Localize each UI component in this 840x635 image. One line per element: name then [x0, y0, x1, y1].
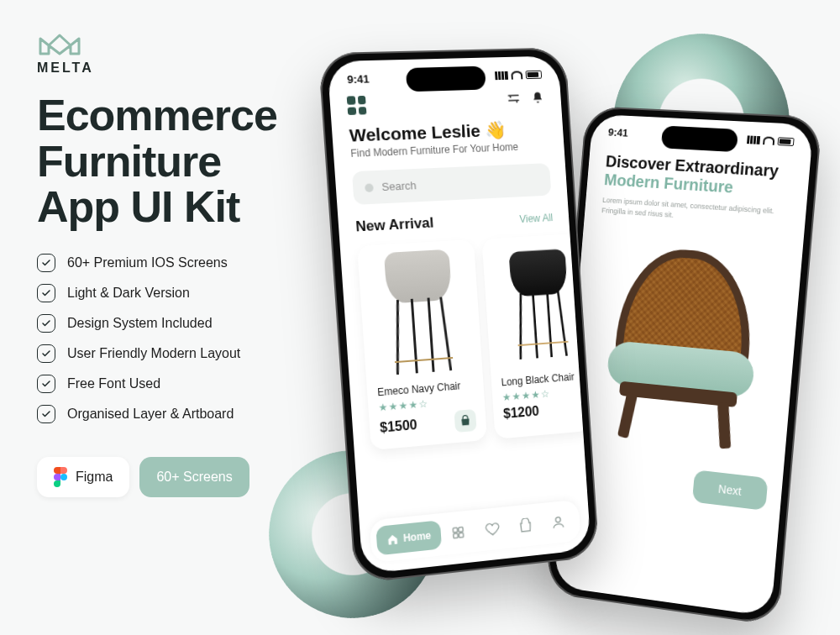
search-icon — [365, 183, 374, 192]
product-price: $1500 — [380, 417, 418, 436]
dynamic-island — [661, 125, 738, 152]
bottom-nav: Home — [370, 500, 581, 564]
product-price: $1200 — [503, 404, 540, 422]
nav-home[interactable]: Home — [375, 520, 442, 555]
screens-badge[interactable]: 60+ Screens — [139, 457, 249, 497]
product-cards: Emeco Navy Chair ★★★★☆ $1500 — [339, 228, 583, 459]
check-icon — [37, 405, 55, 423]
bell-icon[interactable] — [530, 90, 546, 108]
battery-icon — [778, 137, 795, 146]
onboarding-hero-image — [582, 228, 786, 470]
battery-icon — [525, 70, 542, 78]
menu-grid-icon[interactable] — [347, 96, 367, 115]
next-button[interactable]: Next — [692, 470, 769, 511]
check-icon — [37, 254, 55, 272]
check-icon — [37, 314, 55, 333]
onboarding-description: Lorem ipsum dolor sit amet, consectetur … — [601, 195, 789, 228]
nav-home-label: Home — [403, 529, 432, 543]
check-icon — [37, 344, 55, 363]
welcome-block: Welcome Leslie 👋 Find Modern Furniture F… — [331, 108, 564, 161]
check-icon — [37, 375, 55, 393]
section-title: New Arrival — [355, 214, 434, 235]
dynamic-island — [406, 66, 486, 92]
feature-text: Light & Dark Version — [67, 286, 190, 301]
svg-rect-2 — [454, 533, 458, 538]
nav-explore[interactable] — [441, 517, 475, 548]
signal-icon — [747, 135, 760, 144]
product-card[interactable]: Emeco Navy Chair ★★★★☆ $1500 — [357, 239, 487, 450]
add-to-bag-button[interactable] — [454, 409, 476, 433]
phone-home: 9:41 Welcome Les — [318, 47, 599, 584]
filter-icon[interactable] — [506, 91, 522, 109]
nav-favorites[interactable] — [475, 513, 509, 545]
feature-text: 60+ Premium IOS Screens — [67, 255, 228, 270]
status-time: 9:41 — [607, 126, 628, 139]
svg-rect-0 — [454, 527, 458, 533]
product-image — [492, 243, 577, 372]
wifi-icon — [511, 71, 522, 79]
brand-name: MELTA — [37, 60, 94, 76]
search-placeholder: Search — [381, 179, 417, 193]
next-button-label: Next — [718, 482, 743, 498]
product-image — [368, 249, 473, 381]
figma-icon — [54, 467, 67, 487]
search-input[interactable]: Search — [352, 163, 552, 205]
svg-rect-1 — [459, 527, 463, 532]
phone-home-screen: 9:41 Welcome Les — [327, 55, 591, 574]
signal-icon — [495, 71, 508, 79]
feature-text: User Friendly Modern Layout — [67, 346, 240, 361]
status-time: 9:41 — [347, 72, 370, 86]
chair-grey-icon — [379, 249, 462, 380]
chair-black-icon — [504, 249, 576, 365]
svg-point-4 — [556, 517, 561, 522]
product-card[interactable]: Long Black Chair ★★★★☆ $1200 — [481, 234, 591, 439]
feature-text: Design System Included — [67, 316, 213, 331]
figma-badge-label: Figma — [76, 470, 113, 485]
melta-mark-icon — [37, 29, 82, 59]
onboarding-title: Discover Extraordinary Modern Furniture — [603, 152, 792, 200]
wifi-icon — [763, 136, 774, 144]
nav-cart[interactable] — [508, 510, 542, 541]
check-icon — [37, 284, 55, 302]
phone-onboarding-screen: 9:41 Discover Extraordinary Modern Furni… — [554, 114, 813, 617]
feature-text: Free Font Used — [67, 376, 160, 391]
screens-badge-label: 60+ Screens — [156, 470, 232, 485]
figma-badge[interactable]: Figma — [37, 457, 129, 497]
feature-text: Organised Layer & Artboard — [67, 407, 234, 422]
armchair-icon — [593, 244, 774, 453]
nav-profile[interactable] — [542, 506, 575, 538]
svg-rect-3 — [459, 533, 464, 538]
phone-mockups: 9:41 Welcome Les — [302, 50, 823, 622]
view-all-link[interactable]: View All — [519, 212, 554, 225]
